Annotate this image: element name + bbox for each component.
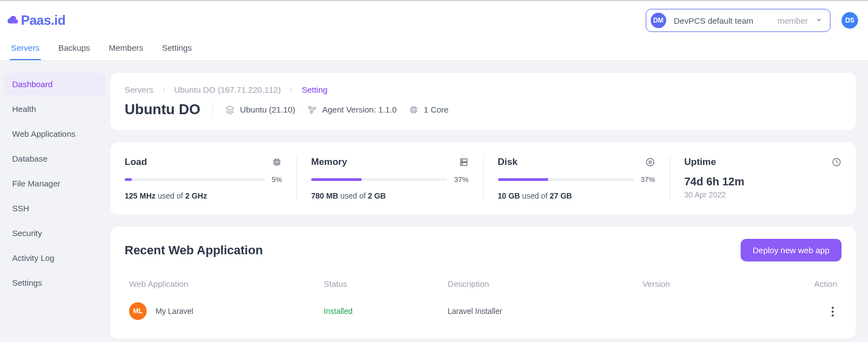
breadcrumb-root[interactable]: Servers [125, 85, 153, 94]
th-desc: Description [448, 279, 642, 288]
cores-label: 1 Core [424, 105, 448, 114]
team-name: DevPCS default team [674, 16, 753, 25]
layout: Dashboard Health Web Applications Databa… [0, 61, 868, 342]
breadcrumb-server[interactable]: Ubuntu DO (167.71.220.112) [174, 85, 281, 94]
stat-detail: 10 GB used of 27 GB [498, 191, 655, 200]
cpu-icon [272, 157, 282, 167]
recent-apps-card: Recent Web Application Deploy new web ap… [110, 227, 856, 339]
recent-title: Recent Web Application [125, 243, 263, 258]
th-action: Action [784, 279, 837, 288]
th-status: Status [324, 279, 448, 288]
title-row: Ubuntu DO Ubuntu (21.10) Agent Version: … [125, 101, 842, 118]
agent-meta: Agent Version: 1.1.0 [307, 105, 397, 115]
tab-servers[interactable]: Servers [10, 36, 41, 60]
sidebar-item-ssh[interactable]: SSH [4, 197, 106, 220]
stat-title: Load [125, 157, 147, 168]
uptime-date: 30 Apr 2022 [684, 190, 842, 199]
svg-point-11 [646, 158, 654, 166]
cloud-icon [7, 14, 19, 26]
tab-members[interactable]: Members [108, 36, 144, 60]
cpu-icon [409, 105, 419, 115]
th-app: Web Application [129, 279, 324, 288]
stat-memory: Memory 37% 780 MB used of 2 GB [297, 157, 483, 200]
main-tabs: Servers Backups Members Settings [0, 36, 868, 61]
brand-name: Paas.id [21, 13, 66, 28]
header-right: DM DevPCS default team member DS [646, 9, 858, 32]
sidebar-item-activity-log[interactable]: Activity Log [4, 247, 106, 269]
progress-bar [498, 178, 634, 181]
team-role: member [778, 16, 808, 25]
main: Servers Ubuntu DO (167.71.220.112) Setti… [110, 61, 868, 342]
app-status: Installed [324, 307, 448, 316]
chevron-right-icon [161, 85, 167, 94]
sidebar: Dashboard Health Web Applications Databa… [0, 61, 110, 342]
sidebar-item-database[interactable]: Database [4, 147, 106, 170]
stats-card: Load 5% 125 MHz used of 2 GHz Memory [110, 142, 856, 215]
stat-title: Disk [498, 157, 518, 168]
svg-point-0 [309, 106, 311, 108]
svg-rect-5 [275, 160, 280, 165]
app-desc: Laravel Installer [448, 307, 642, 316]
progress-percent: 5% [271, 175, 282, 184]
sidebar-item-security[interactable]: Security [4, 222, 106, 244]
stat-uptime: Uptime 74d 6h 12m 30 Apr 2022 [670, 157, 856, 200]
app-badge: ML [129, 302, 147, 320]
chevron-down-icon [816, 16, 822, 25]
svg-point-10 [462, 164, 463, 165]
svg-rect-6 [276, 161, 278, 164]
svg-rect-3 [411, 107, 416, 112]
os-label: Ubuntu (21.10) [240, 105, 295, 114]
disc-icon [645, 157, 655, 167]
layers-icon [225, 105, 235, 115]
uptime-value: 74d 6h 12m [684, 175, 842, 188]
chevron-right-icon [288, 85, 294, 94]
page-title: Ubuntu DO [125, 101, 200, 118]
progress-bar [311, 178, 447, 181]
server-icon [459, 157, 469, 167]
header: Paas.id DM DevPCS default team member DS [0, 1, 868, 36]
table-header: Web Application Status Description Versi… [125, 272, 842, 295]
team-selector[interactable]: DM DevPCS default team member [646, 9, 831, 32]
tab-settings[interactable]: Settings [161, 36, 193, 60]
stat-load: Load 5% 125 MHz used of 2 GHz [110, 157, 297, 200]
sidebar-item-file-manager[interactable]: File Manager [4, 172, 106, 195]
stat-title: Uptime [684, 157, 716, 168]
progress-bar [125, 178, 265, 181]
divider [212, 103, 213, 117]
stat-detail: 780 MB used of 2 GB [311, 191, 468, 200]
progress-percent: 37% [641, 175, 655, 184]
stat-title: Memory [311, 157, 347, 168]
breadcrumb: Servers Ubuntu DO (167.71.220.112) Setti… [125, 85, 842, 94]
stat-disk: Disk 37% 10 GB used of 27 GB [484, 157, 670, 200]
app-name: My Laravel [156, 307, 193, 316]
th-version: Version [642, 279, 784, 288]
user-avatar[interactable]: DS [842, 12, 858, 29]
row-actions-menu[interactable] [828, 303, 837, 320]
app-cell[interactable]: ML My Laravel [129, 302, 324, 320]
os-meta: Ubuntu (21.10) [225, 105, 295, 115]
nodes-icon [307, 105, 317, 115]
logo[interactable]: Paas.id [7, 13, 66, 28]
svg-point-12 [649, 161, 652, 164]
progress-percent: 37% [454, 175, 468, 184]
sidebar-item-health[interactable]: Health [4, 98, 106, 120]
deploy-button[interactable]: Deploy new web app [741, 239, 842, 261]
team-badge: DM [651, 13, 666, 28]
cores-meta: 1 Core [409, 105, 448, 115]
agent-label: Agent Version: 1.1.0 [322, 105, 397, 114]
clock-icon [832, 157, 842, 167]
sidebar-item-dashboard[interactable]: Dashboard [4, 73, 106, 95]
svg-point-9 [462, 160, 463, 161]
stat-detail: 125 MHz used of 2 GHz [125, 191, 282, 200]
table-row: ML My Laravel Installed Laravel Installe… [125, 295, 842, 327]
breadcrumb-current: Setting [302, 85, 328, 94]
server-header-card: Servers Ubuntu DO (167.71.220.112) Setti… [110, 73, 856, 130]
sidebar-item-web-applications[interactable]: Web Applications [4, 122, 106, 145]
svg-rect-4 [412, 108, 415, 111]
tab-backups[interactable]: Backups [57, 36, 92, 60]
sidebar-item-settings[interactable]: Settings [4, 271, 106, 294]
